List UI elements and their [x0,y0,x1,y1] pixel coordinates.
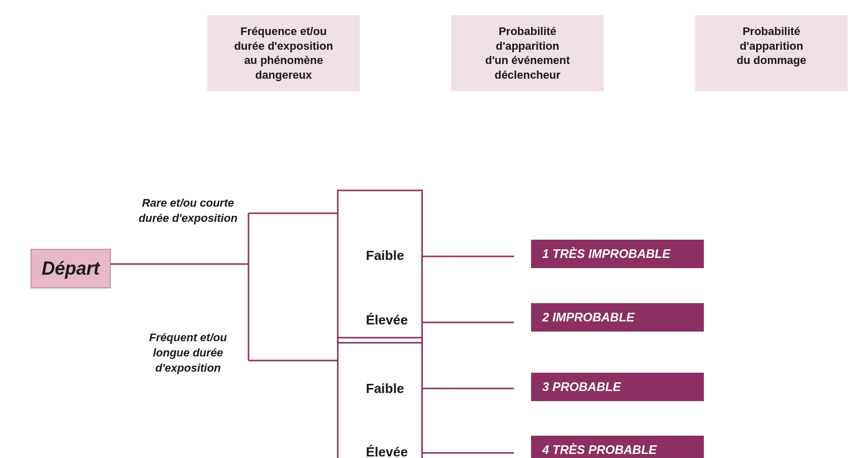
prob-faible-bot: Faible [366,381,404,397]
result-4-label: 4 TRÈS PROBABLE [542,443,657,456]
prob-faible-bot-label: Faible [366,381,404,396]
branch-rare: Rare et/ou courtedurée d'exposition [132,195,244,225]
prob-elevee-top-label: Élevée [366,312,408,328]
header-box-probabilite-evenement: Probabilitéd'apparitiond'un événementdéc… [451,15,604,91]
header-box-frequence: Fréquence et/oudurée d'expositionau phén… [207,15,360,91]
prob-elevee-bot: Élevée [366,444,408,458]
result-box-2: 2 IMPROBABLE [531,303,704,332]
result-box-1: 1 TRÈS IMPROBABLE [531,240,704,268]
prob-faible-top-label: Faible [366,248,404,263]
branch-rare-text: Rare et/ou courtedurée d'exposition [139,197,238,224]
result-box-4: 4 TRÈS PROBABLE [531,436,704,458]
depart-label: Départ [42,258,100,279]
branch-frequent: Fréquent et/oulongue duréed'exposition [132,330,244,375]
result-2-label: 2 IMPROBABLE [542,310,634,324]
connector-svg [20,112,848,458]
branch-frequent-text: Fréquent et/oulongue duréed'exposition [149,331,227,374]
result-box-3: 3 PROBABLE [531,373,704,401]
result-1-label: 1 TRÈS IMPROBABLE [542,247,670,260]
prob-elevee-bot-label: Élevée [366,444,408,458]
svg-rect-11 [338,338,422,458]
main-diagram-area: Départ Rare et/ou courtedurée d'expositi… [20,112,848,458]
header-row: Fréquence et/oudurée d'expositionau phén… [20,15,848,91]
header-box-probabilite-dommage: Probabilitéd'apparitiondu dommage [695,15,848,91]
prob-elevee-top: Élevée [366,312,408,328]
depart-node: Départ [30,249,111,288]
page: Fréquence et/oudurée d'expositionau phén… [0,0,868,458]
prob-faible-top: Faible [366,248,404,264]
result-3-label: 3 PROBABLE [542,380,621,394]
